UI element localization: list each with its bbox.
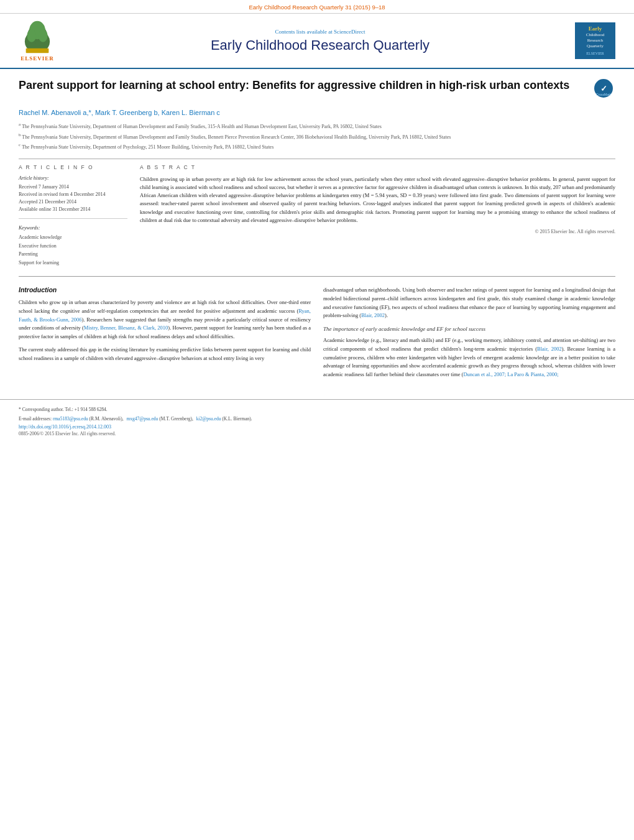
article-body: Parent support for learning at school en… xyxy=(0,69,634,393)
abstract-heading: A B S T R A C T xyxy=(140,164,615,170)
elsevier-tree-icon xyxy=(19,20,56,54)
history-heading: Article history: xyxy=(19,175,127,181)
corresponding-author-footnote: * Corresponding author. Tel.: +1 914 588… xyxy=(19,406,615,413)
ref-duncan-2007[interactable]: Duncan et al., 2007; La Paro & Pianta, 2… xyxy=(463,371,558,377)
abstract-text: Children growing up in urban poverty are… xyxy=(140,175,615,236)
subsection-heading: The importance of early academic knowled… xyxy=(323,325,615,333)
info-abstract-section: A R T I C L E I N F O Article history: R… xyxy=(19,164,615,267)
right-paragraph-2: Academic knowledge (e.g., literacy and m… xyxy=(323,336,615,379)
corner-logo-elsevier: ELSEVIER xyxy=(578,52,612,57)
footnote-star-text: * Corresponding author. Tel.: +1 914 588… xyxy=(19,407,108,412)
email3-name: (K.L. Bierman). xyxy=(222,416,252,422)
page: Early Childhood Research Quarterly 31 (2… xyxy=(0,0,634,840)
main-content-divider xyxy=(19,276,615,277)
keyword-2: Executive function xyxy=(19,242,127,251)
ref-mistry-2010[interactable]: Mistry, Benner, Blesanz, & Clark, 2010 xyxy=(84,325,168,331)
intro-paragraph-2: The current study addressed this gap in … xyxy=(19,346,311,362)
email3-link[interactable]: ki2@psu.edu xyxy=(196,416,221,422)
email-label: E-mail addresses: xyxy=(19,416,52,422)
email1-name: (R.M. Abenavoli), xyxy=(90,416,124,422)
journal-reference: Early Childhood Research Quarterly 31 (2… xyxy=(249,4,385,11)
main-content-section: Introduction Children who grow up in urb… xyxy=(19,286,615,384)
sciencedirect-link[interactable]: ScienceDirect xyxy=(334,29,365,35)
footer: * Corresponding author. Tel.: +1 914 588… xyxy=(0,399,634,443)
crossmark-area: ✓ CrossMark xyxy=(594,78,615,99)
right-paragraph-1: disadvantaged urban neighborhoods. Using… xyxy=(323,286,615,320)
email-footnote: E-mail addresses: rma5183@psu.edu (R.M. … xyxy=(19,415,615,422)
svg-text:✓: ✓ xyxy=(600,84,607,93)
corner-logo-line2: Childhood xyxy=(578,32,612,38)
authors: Rachel M. Abenavoli a,*, Mark T. Greenbe… xyxy=(19,109,615,116)
doi-line: http://dx.doi.org/10.1016/j.ecresq.2014.… xyxy=(19,424,615,430)
copyright-text: © 2015 Elsevier Inc. All rights reserved… xyxy=(140,228,615,236)
keywords-section: Keywords: Academic knowledge Executive f… xyxy=(19,225,127,267)
corner-logo-line1: Early xyxy=(578,25,612,33)
journal-title: Early Childhood Research Quarterly xyxy=(75,37,566,53)
affiliation-a-text: The Pennsylvania State University, Depar… xyxy=(22,124,382,129)
doi-link[interactable]: http://dx.doi.org/10.1016/j.ecresq.2014.… xyxy=(19,424,111,430)
contents-line: Contents lists available at ScienceDirec… xyxy=(75,29,566,35)
right-content-column: disadvantaged urban neighborhoods. Using… xyxy=(323,286,615,384)
article-info-heading: A R T I C L E I N F O xyxy=(19,164,127,170)
contents-text: Contents lists available at xyxy=(275,29,334,35)
top-bar: Early Childhood Research Quarterly 31 (2… xyxy=(0,0,634,14)
crossmark-icon[interactable]: ✓ CrossMark xyxy=(594,78,613,98)
abstract-paragraph: Children growing up in urban poverty are… xyxy=(140,175,615,224)
corner-logo: Early Childhood Research Quarterly ELSEV… xyxy=(575,22,615,60)
affiliations: a The Pennsylvania State University, Dep… xyxy=(19,121,615,151)
accepted-date: Accepted 21 December 2014 xyxy=(19,198,127,206)
title-section: Parent support for learning at school en… xyxy=(19,78,615,103)
email1-link[interactable]: rma5183@psu.edu xyxy=(53,416,88,422)
corner-logo-line3: Research xyxy=(578,38,612,44)
divider-after-affiliations xyxy=(19,159,615,159)
ref-blair-2002a[interactable]: Blair, 2002 xyxy=(361,312,385,318)
email2-link[interactable]: mxg47@psu.edu xyxy=(126,416,158,422)
svg-point-6 xyxy=(39,30,48,42)
affiliation-c-text: The Pennsylvania State University, Depar… xyxy=(22,144,273,150)
keyword-1: Academic knowledge xyxy=(19,233,127,242)
received-date: Received 7 January 2014 xyxy=(19,183,127,191)
keyword-4: Support for learning xyxy=(19,259,127,267)
subsection-heading-text: The importance of early academic knowled… xyxy=(323,326,485,332)
keyword-3: Parenting xyxy=(19,250,127,259)
journal-title-area: Contents lists available at ScienceDirec… xyxy=(75,29,566,53)
author-names: Rachel M. Abenavoli a,*, Mark T. Greenbe… xyxy=(19,109,220,116)
affiliation-c: c The Pennsylvania State University, Dep… xyxy=(19,142,615,151)
intro-paragraph-1: Children who grow up in urban areas char… xyxy=(19,298,311,341)
corner-logo-box: Early Childhood Research Quarterly ELSEV… xyxy=(575,22,615,60)
svg-text:CrossMark: CrossMark xyxy=(596,93,612,96)
elsevier-brand: ELSEVIER xyxy=(21,55,54,62)
elsevier-logo: ELSEVIER xyxy=(12,20,62,62)
svg-rect-7 xyxy=(26,48,49,53)
online-date: Available online 31 December 2014 xyxy=(19,206,127,213)
left-content-column: Introduction Children who grow up in urb… xyxy=(19,286,311,384)
journal-header: ELSEVIER Contents lists available at Sci… xyxy=(0,14,634,69)
ref-blair-2002b[interactable]: Blair, 2002 xyxy=(537,346,562,352)
article-history-section: Article history: Received 7 January 2014… xyxy=(19,175,127,219)
ref-ryan-2006[interactable]: Ryan, Fauth, & Brooks-Gunn, 2006 xyxy=(19,308,311,323)
revised-date: Received in revised form 4 December 2014 xyxy=(19,191,127,198)
email2-name: (M.T. Greenberg), xyxy=(159,416,193,422)
abstract-column: A B S T R A C T Children growing up in u… xyxy=(140,164,615,267)
article-title: Parent support for learning at school en… xyxy=(19,78,584,93)
keywords-heading: Keywords: xyxy=(19,225,127,231)
affiliation-b-text: The Pennsylvania State University, Depar… xyxy=(22,134,451,139)
issn-line: 0885-2006/© 2015 Elsevier Inc. All right… xyxy=(19,431,615,436)
article-info-column: A R T I C L E I N F O Article history: R… xyxy=(19,164,127,267)
affiliation-a: a The Pennsylvania State University, Dep… xyxy=(19,121,615,131)
introduction-heading: Introduction xyxy=(19,286,311,293)
corner-logo-line4: Quarterly xyxy=(578,44,612,49)
affiliation-b: b The Pennsylvania State University, Dep… xyxy=(19,132,615,141)
svg-point-5 xyxy=(27,30,37,42)
